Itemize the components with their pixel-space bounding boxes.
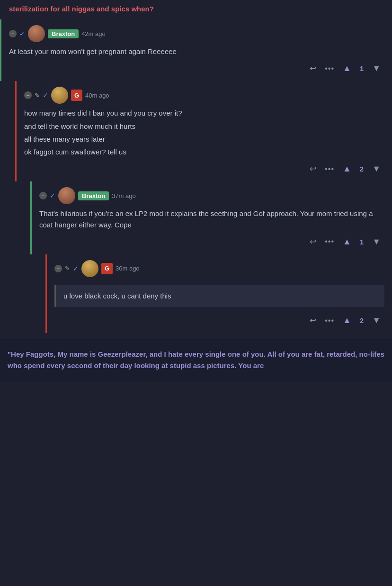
avatar (81, 260, 98, 277)
minus-icon[interactable]: − (9, 30, 17, 37)
header-text: sterilization for all niggas and spics w… (9, 5, 154, 13)
username-badge-g: G (71, 90, 82, 101)
minus-icon[interactable]: − (39, 192, 47, 199)
minus-icon[interactable]: − (24, 91, 32, 99)
vote-count: 2 (360, 316, 364, 325)
comment-3: − ✓ Braxton 37m ago That's hilarious if … (30, 181, 392, 254)
avatar (58, 187, 75, 204)
avatar (51, 87, 68, 104)
avatar-image (58, 187, 75, 204)
bottom-quote-text: "Hey Faggots, My name is Geezerpleazer, … (8, 349, 384, 371)
timestamp: 37m ago (112, 192, 136, 199)
bottom-quote-section: "Hey Faggots, My name is Geezerpleazer, … (0, 339, 392, 381)
reply-button[interactable]: ↩ (310, 237, 316, 247)
comment-2-header: − ✎ ✓ G 40m ago (17, 85, 392, 108)
avatar-image (81, 260, 98, 277)
comment-1: − ✓ Braxton 42m ago At least your mom wo… (0, 19, 392, 81)
username-badge: Braxton (48, 29, 79, 38)
downvote-button[interactable]: ▼ (372, 316, 381, 325)
upvote-button[interactable]: ▲ (343, 316, 351, 325)
avatar-image (51, 87, 68, 104)
vote-count: 1 (360, 238, 364, 246)
upvote-button[interactable]: ▲ (343, 164, 351, 174)
thread-header: sterilization for all niggas and spics w… (0, 0, 392, 19)
avatar-image (28, 25, 45, 42)
check-icon: ✓ (43, 91, 48, 99)
downvote-button[interactable]: ▼ (372, 63, 381, 73)
reply-quote-text: u love black cock, u cant deny this (63, 292, 171, 300)
comment-1-header: − ✓ Braxton 42m ago (1, 23, 392, 46)
reply-button[interactable]: ↩ (310, 164, 316, 174)
vote-count: 1 (360, 64, 364, 72)
more-button[interactable]: ••• (325, 64, 334, 73)
downvote-button[interactable]: ▼ (372, 164, 381, 174)
more-button[interactable]: ••• (325, 165, 334, 173)
username-badge-g: G (101, 263, 113, 274)
reply-button[interactable]: ↩ (310, 63, 316, 73)
comment-4-body: u love black cock, u cant deny this (47, 281, 392, 311)
comment-3-body: That's hilarious if you're an ex LP2 mod… (32, 208, 392, 232)
comment-3-actions: ↩ ••• ▲ 1 ▼ (32, 232, 392, 251)
pencil-icon: ✎ (35, 92, 40, 99)
comment-2-body: how many times did I ban you and you cry… (17, 108, 392, 159)
comment-1-body: At least your mom won't get pregnant aga… (1, 46, 392, 59)
check-icon: ✓ (73, 265, 79, 272)
comment-1-actions: ↩ ••• ▲ 1 ▼ (1, 59, 392, 77)
downvote-button[interactable]: ▼ (372, 237, 381, 247)
upvote-button[interactable]: ▲ (343, 63, 351, 73)
upvote-button[interactable]: ▲ (343, 237, 351, 247)
timestamp: 36m ago (116, 265, 140, 272)
comment-4-actions: ↩ ••• ▲ 2 ▼ (47, 311, 392, 329)
username-badge: Braxton (78, 191, 109, 200)
more-button[interactable]: ••• (325, 237, 334, 246)
comment-2: − ✎ ✓ G 40m ago how many times did I ban… (15, 81, 392, 181)
reply-quote: u love black cock, u cant deny this (54, 285, 384, 307)
timestamp: 42m ago (81, 30, 106, 37)
avatar (28, 25, 45, 42)
comment-2-actions: ↩ ••• ▲ 2 ▼ (17, 159, 392, 178)
reply-button[interactable]: ↩ (310, 316, 316, 325)
comment-4: − ✎ ✓ G 36m ago u love black cock, u can… (45, 254, 392, 333)
comment-4-header: − ✎ ✓ G 36m ago (47, 258, 392, 281)
thread-container: sterilization for all niggas and spics w… (0, 0, 392, 390)
timestamp: 40m ago (85, 92, 109, 99)
pencil-icon: ✎ (65, 265, 70, 272)
comment-3-header: − ✓ Braxton 37m ago (32, 185, 392, 208)
minus-icon[interactable]: − (54, 265, 62, 272)
vote-count: 2 (360, 165, 364, 173)
check-icon: ✓ (50, 192, 55, 199)
check-icon: ✓ (19, 30, 25, 37)
more-button[interactable]: ••• (325, 316, 334, 325)
